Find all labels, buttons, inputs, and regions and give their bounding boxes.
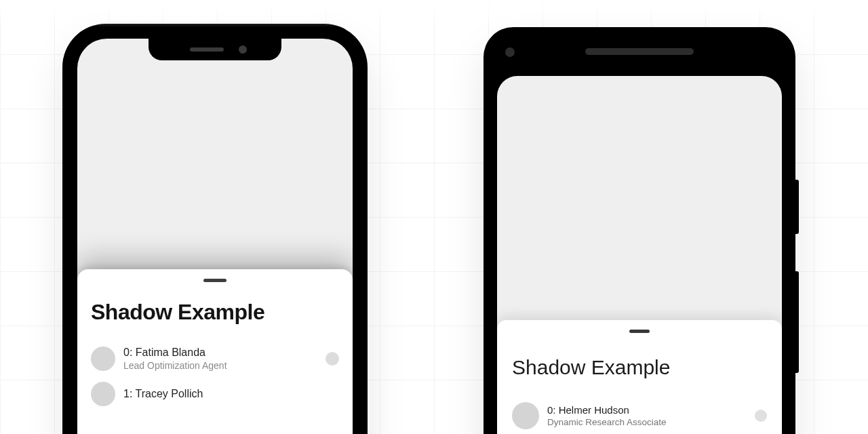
iphone-mockup: Shadow Example 0: Fatima Blanda Lead Opt…: [62, 24, 368, 434]
list-item-subtitle: Lead Optimization Agent: [123, 360, 320, 371]
list-item[interactable]: 0: Helmer Hudson Dynamic Research Associ…: [512, 397, 767, 434]
trailing-dot-icon: [755, 410, 767, 422]
avatar-icon: [91, 347, 115, 371]
list-item-name: 0: Fatima Blanda: [123, 347, 320, 359]
ios-sheet-title: Shadow Example: [91, 300, 339, 325]
pixel-screen: Shadow Example 0: Helmer Hudson Dynamic …: [497, 76, 782, 434]
list-item-subtitle: Dynamic Research Associate: [547, 417, 749, 427]
pixel-top-bezel: [484, 27, 795, 76]
android-sheet-title: Shadow Example: [512, 356, 767, 379]
top-fade: [0, 0, 868, 27]
ios-bottom-sheet[interactable]: Shadow Example 0: Fatima Blanda Lead Opt…: [77, 269, 353, 434]
pixel-speaker-icon: [585, 48, 694, 55]
list-item[interactable]: 0: Fatima Blanda Lead Optimization Agent: [91, 341, 339, 376]
sheet-drag-handle-icon[interactable]: [203, 279, 226, 282]
list-item[interactable]: 1: Tracey Pollich: [91, 376, 339, 412]
avatar-icon: [512, 402, 539, 429]
pixel-volume-button-icon: [795, 271, 799, 373]
iphone-camera-icon: [239, 45, 247, 54]
trailing-dot-icon: [326, 352, 339, 366]
pixel-power-button-icon: [795, 180, 799, 234]
list-item-name: 0: Helmer Hudson: [547, 404, 749, 416]
iphone-notch: [149, 39, 281, 60]
avatar-icon: [91, 382, 115, 406]
list-item-name: 1: Tracey Pollich: [123, 388, 339, 400]
iphone-screen: Shadow Example 0: Fatima Blanda Lead Opt…: [77, 39, 353, 434]
pixel-camera-icon: [505, 47, 515, 57]
android-mockup: Shadow Example 0: Helmer Hudson Dynamic …: [484, 27, 795, 434]
android-bottom-sheet[interactable]: Shadow Example 0: Helmer Hudson Dynamic …: [497, 320, 782, 434]
sheet-drag-handle-icon[interactable]: [629, 330, 650, 333]
iphone-speaker-icon: [190, 47, 224, 52]
